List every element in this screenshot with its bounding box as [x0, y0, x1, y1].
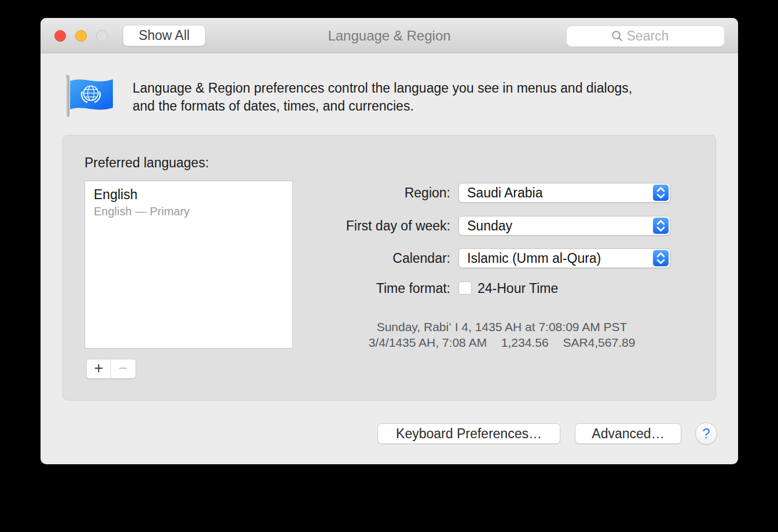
title-bar: Language & Region Show All	[41, 18, 738, 53]
region-select[interactable]: Saudi Arabia	[458, 183, 670, 203]
first-day-value: Sunday	[467, 217, 512, 235]
advanced-button[interactable]: Advanced…	[575, 423, 681, 444]
time-format-label: Time format:	[63, 281, 450, 295]
region-label: Region:	[63, 183, 450, 203]
search-icon	[611, 30, 623, 42]
first-day-label: First day of week:	[63, 216, 450, 236]
search-field[interactable]	[566, 25, 725, 47]
chevron-up-down-icon	[653, 218, 669, 234]
un-flag-icon	[64, 74, 115, 118]
preview-line2: 3/4/1435 AH, 7:08 AM 1,234.56 SAR4,567.8…	[295, 335, 709, 350]
preview-number: 1,234.56	[501, 336, 549, 349]
preview-date: 3/4/1435 AH, 7:08 AM	[369, 336, 487, 349]
region-value: Saudi Arabia	[467, 184, 542, 202]
region-row: Region: Saudi Arabia	[63, 183, 700, 203]
calendar-label: Calendar:	[63, 248, 450, 268]
description-line1: Language & Region preferences control th…	[133, 79, 632, 97]
description-line2: and the formats of dates, times, and cur…	[133, 97, 632, 115]
settings-panel: Preferred languages: English English — P…	[63, 135, 716, 401]
add-language-button[interactable]: +	[87, 359, 111, 378]
preferences-window: Language & Region Show All	[41, 18, 738, 464]
add-remove-control: + −	[86, 359, 136, 379]
time-format-row: Time format: 24-Hour Time	[63, 281, 700, 295]
24-hour-time-caption: 24-Hour Time	[478, 281, 558, 295]
remove-language-button[interactable]: −	[111, 359, 135, 378]
first-day-row: First day of week: Sunday	[63, 216, 700, 236]
chevron-up-down-icon	[653, 250, 669, 266]
preview-line1: Sunday, Rabiʻ I 4, 1435 AH at 7:08:09 AM…	[295, 319, 709, 335]
help-button[interactable]: ?	[695, 423, 717, 445]
preferred-languages-label: Preferred languages:	[85, 155, 209, 171]
search-input[interactable]	[627, 28, 680, 44]
description-text: Language & Region preferences control th…	[133, 79, 632, 115]
show-all-button[interactable]: Show All	[123, 25, 205, 46]
calendar-row: Calendar: Islamic (Umm al-Qura)	[63, 248, 700, 268]
24-hour-time-checkbox[interactable]	[458, 281, 472, 295]
calendar-value: Islamic (Umm al-Qura)	[467, 249, 601, 267]
format-preview: Sunday, Rabiʻ I 4, 1435 AH at 7:08:09 AM…	[295, 319, 709, 350]
calendar-select[interactable]: Islamic (Umm al-Qura)	[458, 248, 670, 268]
preview-currency: SAR4,567.89	[563, 336, 635, 349]
first-day-select[interactable]: Sunday	[458, 216, 670, 236]
keyboard-preferences-button[interactable]: Keyboard Preferences…	[377, 423, 560, 444]
chevron-up-down-icon	[653, 185, 669, 201]
